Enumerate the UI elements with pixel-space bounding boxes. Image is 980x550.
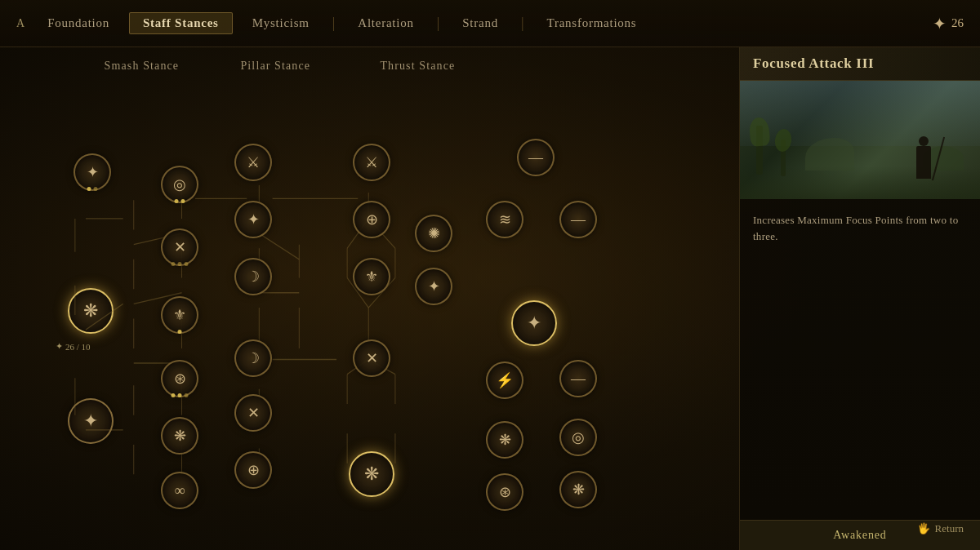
smash-6-1-icon: ∞ [175,482,185,499]
pillar-4-icon: ✕ [366,349,378,367]
pillar-node-1[interactable]: ⚔ [353,144,390,181]
thrust-3-icon: ✦ [527,313,541,334]
skill-tree-area: Smash Stance Pillar Stance Thrust Stance… [0,47,739,550]
smash-2-1-icon: ✕ [174,238,186,256]
thrust-node-5-2[interactable]: ◎ [559,419,597,456]
thrust-node-2-1[interactable]: ≋ [486,201,523,238]
char-stat-icon: ✦ [56,341,63,352]
d2 [178,262,182,266]
d1 [172,393,176,397]
col-thrust: Thrust Stance [380,60,455,73]
smash-node-3-2[interactable]: ☽ [234,258,272,295]
thrust-4-1-icon: ⚡ [496,371,514,389]
char-node-bot[interactable]: ✦ [68,398,114,444]
smash-5-2-icon: ✕ [247,404,260,422]
panel-title: Focused Attack III [740,47,980,81]
d1 [175,199,179,203]
smash-node-4-1[interactable]: ⊛ [161,360,198,397]
smash-3-1-dots [178,330,182,334]
tab-strand[interactable]: Strand [449,13,511,33]
return-label: Return [935,522,964,535]
smash-1-2-icon: ⚔ [247,153,260,171]
smash-2-1-dots [172,262,189,266]
smash-4-2-icon: ☽ [247,349,260,367]
pillar-2-2-icon: ✺ [428,224,440,242]
nav-right-icon: ✦ [933,14,947,33]
smash-node-5-1[interactable]: ❋ [161,417,198,455]
thrust-node-3[interactable]: ✦ [511,300,557,346]
char-node-mid[interactable]: ❋ [68,288,114,334]
smash-2-2-icon: ✦ [247,211,260,228]
smash-node-1-2[interactable]: ⚔ [234,144,272,181]
smash-1-1-dots [175,199,185,203]
pillar-node-5[interactable]: ❋ [349,451,394,497]
pillar-3-2-icon: ✦ [428,277,440,295]
d1 [172,262,176,266]
tab-alteration[interactable]: Alteration [345,13,426,33]
smash-3-2-icon: ☽ [247,268,260,286]
thrust-node-4-1[interactable]: ⚡ [486,361,523,399]
pillar-node-2-1[interactable]: ⊕ [353,201,390,238]
scene-figure [916,146,931,179]
smash-5-1-icon: ❋ [174,427,186,445]
side-panel: Focused Attack III Increases Maximum Foc… [739,47,980,550]
panel-image [740,81,980,199]
thrust-node-top[interactable]: — [517,139,555,176]
nav-left-icon: A [16,17,24,30]
nav-sep-1: | [329,15,339,32]
main-area: Smash Stance Pillar Stance Thrust Stance… [0,47,980,550]
col-pillar: Pillar Stance [240,60,310,73]
thrust-node-6-1[interactable]: ⊛ [486,473,523,511]
thrust-node-6-2[interactable]: ❋ [559,471,597,508]
return-icon: 🖐 [917,522,930,535]
nav-bar: A Foundation Staff Stances Mysticism | A… [0,0,980,47]
dot-1 [87,187,91,191]
char-node-top-icon: ✦ [87,163,99,181]
panel-description: Increases Maximum Focus Points from two … [740,199,980,257]
smash-4-1-icon: ⊛ [174,370,186,388]
d3 [185,393,189,397]
tab-transformations[interactable]: Transformations [534,13,650,33]
column-headers: Smash Stance Pillar Stance Thrust Stance [131,60,478,73]
d2 [181,199,185,203]
pillar-node-3-1[interactable]: ⚜ [353,258,390,295]
smash-6-2-icon: ⊕ [247,461,260,479]
smash-node-6-1[interactable]: ∞ [161,472,198,509]
char-node-top-dots [87,187,98,191]
smash-1-1-icon: ◎ [173,175,186,193]
d3 [185,262,189,266]
svg-line-23 [259,233,299,259]
pillar-node-4[interactable]: ✕ [353,339,390,377]
thrust-node-2-2[interactable]: — [559,201,597,238]
thrust-2-2-icon: — [571,211,586,228]
smash-node-4-2[interactable]: ☽ [234,339,272,377]
char-stat: ✦ 26 / 10 [56,341,91,352]
thrust-top-icon: — [528,149,543,166]
smash-node-6-2[interactable]: ⊕ [234,451,272,489]
smash-node-2-1[interactable]: ✕ [161,228,198,266]
thrust-5-1-icon: ❋ [499,431,511,449]
thrust-5-2-icon: ◎ [572,428,585,446]
thrust-node-5-1[interactable]: ❋ [486,421,523,459]
col-smash: Smash Stance [105,60,180,73]
char-node-top[interactable]: ✦ [74,153,111,191]
tab-staff-stances[interactable]: Staff Stances [129,12,233,34]
pillar-node-3-2[interactable]: ✦ [415,268,452,305]
tab-mysticism[interactable]: Mysticism [239,13,323,33]
main-content: A Foundation Staff Stances Mysticism | A… [0,0,980,550]
pillar-2-1-icon: ⊕ [366,211,378,228]
thrust-node-4-2[interactable]: — [559,360,597,397]
pillar-5-icon: ❋ [364,464,379,485]
thrust-6-2-icon: ❋ [572,481,585,499]
panel-spacer [740,257,980,520]
pillar-1-icon: ⚔ [365,153,378,171]
return-button[interactable]: 🖐 Return [917,522,964,535]
smash-node-5-2[interactable]: ✕ [234,394,272,432]
smash-node-2-2[interactable]: ✦ [234,201,272,238]
dot-2 [94,187,98,191]
smash-node-3-1[interactable]: ⚜ [161,296,198,334]
smash-node-1-1[interactable]: ◎ [161,166,198,203]
point-count: 26 [951,16,964,30]
tab-foundation[interactable]: Foundation [34,13,122,33]
pillar-node-2-2[interactable]: ✺ [415,215,452,252]
